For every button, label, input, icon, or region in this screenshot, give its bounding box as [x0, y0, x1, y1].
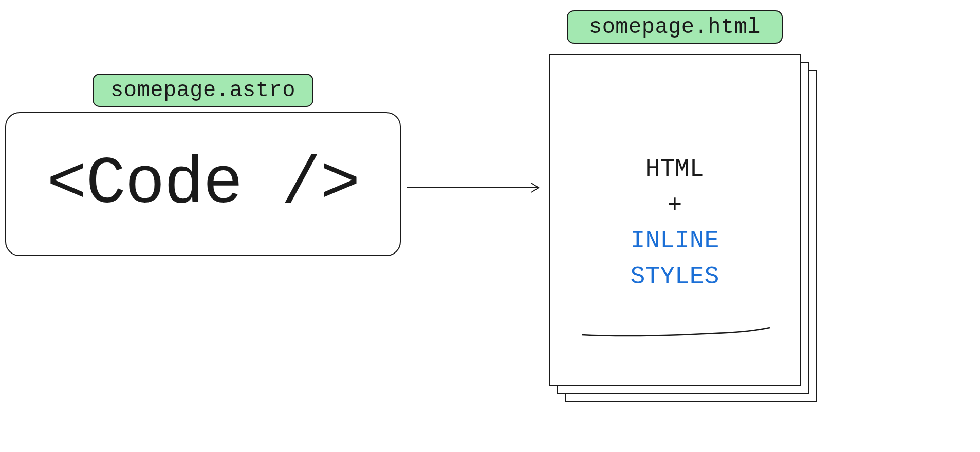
input-code-content: <Code />: [47, 147, 359, 222]
arrow-icon: [406, 180, 545, 195]
output-line-inline: INLINE: [550, 223, 800, 259]
page-front: HTML + INLINE STYLES: [549, 54, 801, 386]
input-code-box: <Code />: [5, 112, 401, 256]
input-file-label: somepage.astro: [93, 74, 313, 107]
output-file-label: somepage.html: [567, 10, 783, 44]
output-line-html: HTML: [550, 152, 800, 188]
page-content: HTML + INLINE STYLES: [550, 152, 800, 295]
squiggle-underline-icon: [581, 326, 771, 341]
output-line-styles: STYLES: [550, 259, 800, 295]
diagram-canvas: somepage.astro <Code /> somepage.html HT…: [0, 0, 980, 452]
output-file-label-text: somepage.html: [589, 15, 761, 40]
output-line-plus: +: [550, 188, 800, 224]
input-file-label-text: somepage.astro: [110, 78, 295, 103]
